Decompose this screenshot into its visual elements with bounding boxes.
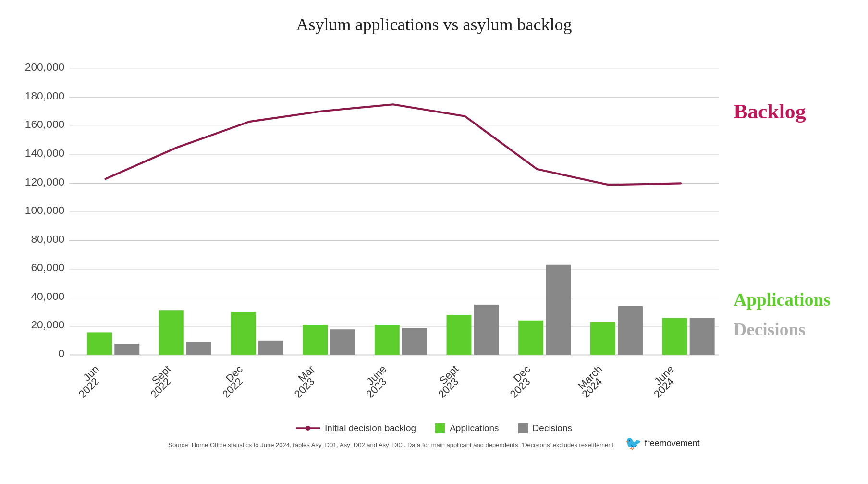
x-label-jun2022-year: 2022 (76, 375, 101, 400)
svg-point-32 (306, 426, 310, 431)
bar-apps-june2024 (662, 318, 687, 355)
brand-name: freemovement (645, 438, 700, 448)
svg-text:200,000: 200,000 (25, 61, 65, 74)
bar-decisions-dec2023 (546, 265, 571, 355)
bar-apps-sept2022 (159, 310, 184, 355)
backlog-legend-icon (296, 424, 320, 432)
legend-backlog: Initial decision backlog (296, 423, 416, 434)
svg-text:20,000: 20,000 (31, 318, 64, 331)
chart-container: Asylum applications vs asylum backlog (0, 0, 868, 484)
legend-decisions-label: Decisions (533, 423, 572, 434)
bird-icon: 🐦 (625, 435, 642, 451)
bar-apps-sept2023 (446, 315, 471, 355)
bar-apps-dec2023 (518, 321, 543, 355)
bar-apps-march2024 (590, 322, 615, 355)
svg-text:80,000: 80,000 (31, 233, 64, 245)
svg-text:60,000: 60,000 (31, 261, 64, 273)
svg-text:160,000: 160,000 (25, 118, 65, 131)
backlog-side-label: Backlog (734, 99, 806, 123)
legend-backlog-label: Initial decision backlog (325, 423, 416, 434)
source-text: Source: Home Office statistics to June 2… (168, 441, 615, 448)
bar-apps-june2023 (375, 325, 400, 355)
legend-decisions: Decisions (518, 423, 572, 434)
svg-text:2023: 2023 (508, 375, 533, 400)
chart-legend: Initial decision backlog Applications De… (10, 423, 858, 434)
bar-decisions-mar2023 (330, 329, 355, 355)
chart-title: Asylum applications vs asylum backlog (10, 14, 858, 35)
svg-text:180,000: 180,000 (25, 89, 65, 102)
chart-area: 0 20,000 40,000 60,000 80,000 100,000 12… (10, 44, 858, 419)
legend-applications-label: Applications (450, 423, 499, 434)
decisions-legend-icon (518, 423, 528, 433)
bar-decisions-march2024 (618, 306, 643, 355)
applications-side-label: Applications (734, 290, 831, 310)
bar-apps-jun2022 (87, 332, 112, 355)
chart-footer: Source: Home Office statistics to June 2… (10, 435, 858, 451)
bar-decisions-sept2023 (474, 305, 499, 355)
backlog-line (106, 104, 681, 185)
main-chart: 0 20,000 40,000 60,000 80,000 100,000 12… (10, 44, 858, 419)
applications-legend-icon (435, 423, 445, 433)
bar-decisions-june2023 (402, 328, 427, 355)
svg-text:40,000: 40,000 (31, 290, 64, 302)
svg-text:0: 0 (59, 347, 65, 360)
freemovement-brand: 🐦 freemovement (625, 435, 700, 451)
svg-text:2022: 2022 (220, 375, 245, 400)
svg-text:120,000: 120,000 (25, 175, 65, 188)
svg-text:140,000: 140,000 (25, 147, 65, 159)
bar-decisions-sept2022 (186, 342, 211, 355)
bar-decisions-dec2022 (258, 341, 283, 355)
svg-text:2023: 2023 (292, 375, 317, 400)
bar-decisions-jun2022 (114, 344, 139, 355)
bar-apps-mar2023 (303, 325, 328, 355)
svg-text:100,000: 100,000 (25, 204, 65, 216)
legend-applications: Applications (435, 423, 499, 434)
bar-decisions-june2024 (690, 318, 715, 355)
bar-apps-dec2022 (231, 312, 256, 355)
decisions-side-label: Decisions (734, 320, 806, 339)
